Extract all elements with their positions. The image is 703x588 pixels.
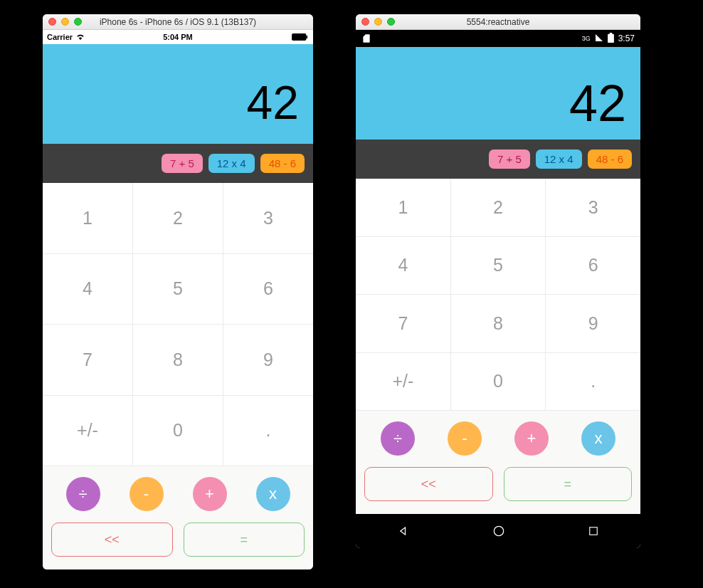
traffic-lights xyxy=(48,18,82,26)
svg-point-2 xyxy=(494,526,503,535)
subtract-button[interactable]: - xyxy=(448,421,482,456)
key-5[interactable]: 5 xyxy=(133,254,223,325)
calculator-display: 42 xyxy=(43,44,313,144)
ios-simulator-window: iPhone 6s - iPhone 6s / iOS 9.1 (13B137)… xyxy=(43,14,313,569)
key-3[interactable]: 3 xyxy=(546,179,640,237)
battery-icon xyxy=(292,33,309,41)
maximize-window-button[interactable] xyxy=(74,18,82,26)
svg-rect-1 xyxy=(306,35,307,38)
multiply-button[interactable]: x xyxy=(256,477,290,511)
traffic-lights xyxy=(361,18,395,26)
keypad-row: 456 xyxy=(43,254,313,325)
equals-button[interactable]: = xyxy=(504,467,633,501)
key-6[interactable]: 6 xyxy=(546,237,640,295)
keypad-row: +/-0. xyxy=(356,353,640,411)
history-chip[interactable]: 12 x 4 xyxy=(536,149,582,169)
key-decimal[interactable]: . xyxy=(546,353,640,411)
wifi-icon xyxy=(75,31,85,43)
backspace-button[interactable]: << xyxy=(51,523,173,557)
key-sign[interactable]: +/- xyxy=(356,353,451,411)
key-3[interactable]: 3 xyxy=(223,183,313,254)
maximize-window-button[interactable] xyxy=(387,18,395,26)
keypad-row: 789 xyxy=(356,295,640,353)
keypad-row: 456 xyxy=(356,237,640,295)
keypad-row: 123 xyxy=(43,183,313,254)
keypad-row: 789 xyxy=(43,325,313,396)
back-nav-button[interactable] xyxy=(396,524,411,538)
key-8[interactable]: 8 xyxy=(133,325,223,396)
display-value: 42 xyxy=(247,75,299,130)
status-right: 3G 3:57 xyxy=(582,33,635,45)
operator-row: ÷-+x xyxy=(51,477,305,511)
backspace-button[interactable]: << xyxy=(364,467,493,501)
mac-titlebar: 5554:reactnative xyxy=(356,14,640,30)
key-sign[interactable]: +/- xyxy=(43,396,133,467)
mac-titlebar: iPhone 6s - iPhone 6s / iOS 9.1 (13B137) xyxy=(43,14,313,30)
key-2[interactable]: 2 xyxy=(451,179,546,237)
key-1[interactable]: 1 xyxy=(356,179,451,237)
operator-panel: ÷-+x << = xyxy=(43,466,313,569)
operator-row: ÷-+x xyxy=(364,421,632,456)
key-7[interactable]: 7 xyxy=(356,295,451,353)
carrier-label: Carrier xyxy=(47,33,73,41)
home-nav-button[interactable] xyxy=(492,524,506,538)
key-0[interactable]: 0 xyxy=(451,353,546,411)
history-chip[interactable]: 7 + 5 xyxy=(489,149,530,169)
android-emulator-window: 5554:reactnative 3G 3:57 42 7 + 512 x 44… xyxy=(356,14,640,548)
window-title: iPhone 6s - iPhone 6s / iOS 9.1 (13B137) xyxy=(100,17,256,27)
status-left: Carrier xyxy=(47,31,85,43)
android-navbar xyxy=(356,514,640,548)
history-chip[interactable]: 48 - 6 xyxy=(588,149,632,169)
add-button[interactable]: + xyxy=(193,477,227,511)
subtract-button[interactable]: - xyxy=(130,477,164,511)
ios-statusbar: Carrier 5:04 PM xyxy=(43,30,313,44)
minimize-window-button[interactable] xyxy=(61,18,69,26)
number-keypad: 123456789+/-0. xyxy=(356,179,640,411)
key-0[interactable]: 0 xyxy=(133,396,223,467)
key-4[interactable]: 4 xyxy=(43,254,133,325)
action-row: << = xyxy=(51,523,305,557)
key-5[interactable]: 5 xyxy=(451,237,546,295)
add-button[interactable]: + xyxy=(514,421,549,456)
key-9[interactable]: 9 xyxy=(546,295,640,353)
calculator-display: 42 xyxy=(356,47,640,140)
keypad-row: 123 xyxy=(356,179,640,237)
window-title: 5554:reactnative xyxy=(467,17,530,27)
key-9[interactable]: 9 xyxy=(223,325,313,396)
sd-card-icon xyxy=(361,33,371,43)
key-2[interactable]: 2 xyxy=(133,183,223,254)
svg-rect-3 xyxy=(590,527,598,535)
divide-button[interactable]: ÷ xyxy=(381,421,415,456)
close-window-button[interactable] xyxy=(48,18,56,26)
divide-button[interactable]: ÷ xyxy=(66,477,100,511)
battery-icon xyxy=(608,33,614,45)
number-keypad: 123456789+/-0. xyxy=(43,183,313,466)
status-time: 3:57 xyxy=(618,33,635,43)
history-bar: 7 + 512 x 448 - 6 xyxy=(43,144,313,183)
network-label: 3G xyxy=(582,35,591,42)
equals-button[interactable]: = xyxy=(184,523,305,557)
history-chip[interactable]: 7 + 5 xyxy=(162,154,203,173)
history-bar: 7 + 512 x 448 - 6 xyxy=(356,140,640,179)
key-6[interactable]: 6 xyxy=(223,254,313,325)
android-statusbar: 3G 3:57 xyxy=(356,30,640,47)
operator-panel: ÷-+x << = xyxy=(356,411,640,514)
status-time: 5:04 PM xyxy=(163,33,193,41)
key-decimal[interactable]: . xyxy=(223,396,313,467)
history-chip[interactable]: 48 - 6 xyxy=(260,154,305,173)
close-window-button[interactable] xyxy=(361,18,369,26)
key-1[interactable]: 1 xyxy=(43,183,133,254)
minimize-window-button[interactable] xyxy=(374,18,382,26)
svg-rect-0 xyxy=(292,33,306,41)
key-4[interactable]: 4 xyxy=(356,237,451,295)
recents-nav-button[interactable] xyxy=(587,525,600,537)
signal-icon xyxy=(595,33,603,44)
multiply-button[interactable]: x xyxy=(581,421,615,456)
display-value: 42 xyxy=(569,74,626,132)
action-row: << = xyxy=(364,467,632,501)
keypad-row: +/-0. xyxy=(43,396,313,467)
history-chip[interactable]: 12 x 4 xyxy=(208,154,255,173)
key-8[interactable]: 8 xyxy=(451,295,546,353)
key-7[interactable]: 7 xyxy=(43,325,133,396)
